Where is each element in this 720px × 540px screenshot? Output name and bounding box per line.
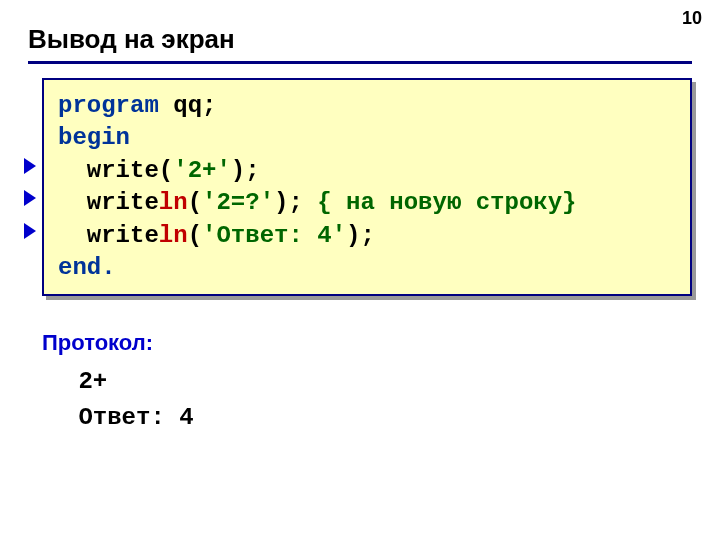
code-comment: { на новую строку} [317,189,576,216]
code-punct: ( [159,157,173,184]
code-line: write('2+'); [58,155,676,187]
output-line: Ответ: 4 [64,400,692,436]
code-keyword: end. [58,254,116,281]
bullet-icon [24,158,36,174]
code-line: writeln('Ответ: 4'); [58,220,676,252]
code-punct: ); [346,222,375,249]
code-func: write [58,157,159,184]
code-punct: ); [231,157,260,184]
code-keyword: begin [58,124,130,151]
protocol-label: Протокол: [42,330,692,356]
code-text: qq; [159,92,217,119]
code-ln: ln [159,222,188,249]
bullet-icon [24,223,36,239]
page-number: 10 [682,8,702,29]
code-line: begin [58,122,676,154]
code-box: program qq; begin write('2+'); writeln('… [42,78,692,296]
code-line: writeln('2=?'); { на новую строку} [58,187,676,219]
code-func: write [58,222,159,249]
code-string: '2=?' [202,189,274,216]
code-line: program qq; [58,90,676,122]
output-line: 2+ [64,364,692,400]
bullet-icon [24,190,36,206]
code-func: write [58,189,159,216]
code-line: end. [58,252,676,284]
code-punct: ( [188,222,202,249]
code-ln: ln [159,189,188,216]
code-punct: ( [188,189,202,216]
code-string: 'Ответ: 4' [202,222,346,249]
code-keyword: program [58,92,159,119]
code-string: '2+' [173,157,231,184]
output-block: 2+ Ответ: 4 [64,364,692,436]
code-punct: ); [274,189,317,216]
code-area: program qq; begin write('2+'); writeln('… [28,78,692,296]
slide-title: Вывод на экран [28,24,692,64]
slide: 10 Вывод на экран program qq; begin writ… [0,0,720,540]
